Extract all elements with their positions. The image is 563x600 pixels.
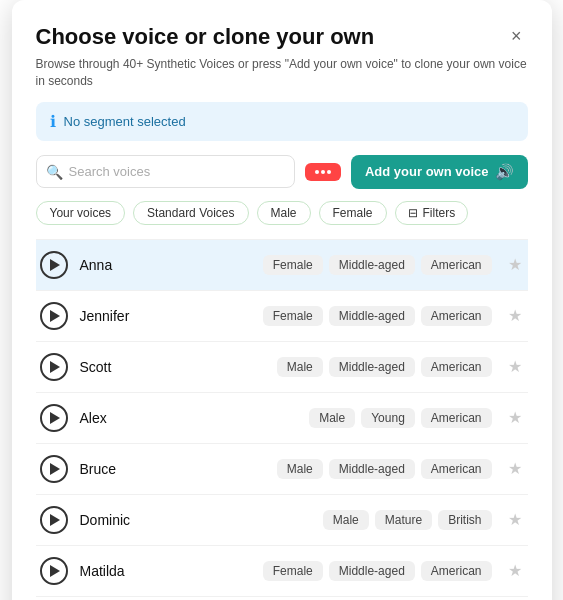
filter-standard-voices[interactable]: Standard Voices: [133, 201, 248, 225]
filter-row: Your voices Standard Voices Male Female …: [36, 201, 528, 225]
voice-tag: Middle-aged: [329, 459, 415, 479]
voice-name: Bruce: [80, 461, 265, 477]
voice-tag: American: [421, 459, 492, 479]
play-icon: [50, 310, 60, 322]
voice-tag: American: [421, 306, 492, 326]
voice-tags: MaleMatureBritish: [323, 510, 492, 530]
voice-tag: American: [421, 408, 492, 428]
play-icon: [50, 259, 60, 271]
voice-tags: FemaleMiddle-agedAmerican: [263, 306, 492, 326]
star-button[interactable]: ★: [506, 510, 524, 529]
play-button[interactable]: [40, 404, 68, 432]
voice-tag: Male: [277, 459, 323, 479]
voice-chooser-modal: Choose voice or clone your own × Browse …: [12, 0, 552, 600]
filters-button[interactable]: ⊟ Filters: [395, 201, 469, 225]
play-icon: [50, 412, 60, 424]
play-button[interactable]: [40, 557, 68, 585]
voice-tag: Middle-aged: [329, 357, 415, 377]
play-button[interactable]: [40, 251, 68, 279]
voice-tag: Female: [263, 255, 323, 275]
play-button[interactable]: [40, 455, 68, 483]
close-button[interactable]: ×: [505, 24, 528, 49]
voice-tags: MaleYoungAmerican: [309, 408, 491, 428]
filter-male[interactable]: Male: [257, 201, 311, 225]
info-icon: ℹ: [50, 112, 56, 131]
play-icon: [50, 361, 60, 373]
filter-your-voices[interactable]: Your voices: [36, 201, 126, 225]
voice-tag: American: [421, 561, 492, 581]
voice-tag: Female: [263, 306, 323, 326]
search-row: 🔍 Add your own voice 🔊: [36, 155, 528, 189]
voice-tag: American: [421, 255, 492, 275]
voice-row: ScottMaleMiddle-agedAmerican★: [36, 342, 528, 393]
star-button[interactable]: ★: [506, 255, 524, 274]
voice-tag: Young: [361, 408, 415, 428]
filters-icon: ⊟: [408, 206, 418, 220]
voice-tag: Male: [323, 510, 369, 530]
play-button[interactable]: [40, 302, 68, 330]
voice-tag: Middle-aged: [329, 561, 415, 581]
voice-tag: Mature: [375, 510, 432, 530]
voice-tag: British: [438, 510, 491, 530]
voice-tags: MaleMiddle-agedAmerican: [277, 357, 492, 377]
add-voice-button[interactable]: Add your own voice 🔊: [351, 155, 528, 189]
filter-female[interactable]: Female: [319, 201, 387, 225]
voice-tag: Middle-aged: [329, 255, 415, 275]
star-button[interactable]: ★: [506, 306, 524, 325]
voice-row: AnnaFemaleMiddle-agedAmerican★: [36, 240, 528, 291]
voice-tag: Male: [277, 357, 323, 377]
star-button[interactable]: ★: [506, 408, 524, 427]
play-icon: [50, 514, 60, 526]
modal-subtitle: Browse through 40+ Synthetic Voices or p…: [36, 56, 528, 90]
voice-name: Alex: [80, 410, 298, 426]
voice-row: AlexMaleYoungAmerican★: [36, 393, 528, 444]
filters-label: Filters: [423, 206, 456, 220]
voice-tags: FemaleMiddle-agedAmerican: [263, 255, 492, 275]
voice-name: Jennifer: [80, 308, 251, 324]
search-wrapper: 🔍: [36, 155, 295, 188]
voice-name: Matilda: [80, 563, 251, 579]
modal-header: Choose voice or clone your own ×: [36, 24, 528, 50]
play-icon: [50, 463, 60, 475]
voice-name: Dominic: [80, 512, 311, 528]
add-voice-label: Add your own voice: [365, 164, 489, 179]
play-button[interactable]: [40, 353, 68, 381]
no-segment-text: No segment selected: [64, 114, 186, 129]
play-button[interactable]: [40, 506, 68, 534]
star-button[interactable]: ★: [506, 459, 524, 478]
search-input[interactable]: [36, 155, 295, 188]
voice-row: DominicMaleMatureBritish★: [36, 495, 528, 546]
star-button[interactable]: ★: [506, 357, 524, 376]
info-banner: ℹ No segment selected: [36, 102, 528, 141]
search-icon: 🔍: [46, 164, 63, 180]
voice-tag: Male: [309, 408, 355, 428]
star-button[interactable]: ★: [506, 561, 524, 580]
voice-row: BruceMaleMiddle-agedAmerican★: [36, 444, 528, 495]
voice-tag: American: [421, 357, 492, 377]
play-icon: [50, 565, 60, 577]
voice-row: MatildaFemaleMiddle-agedAmerican★: [36, 546, 528, 597]
modal-title: Choose voice or clone your own: [36, 24, 375, 50]
voice-tags: MaleMiddle-agedAmerican: [277, 459, 492, 479]
voice-name: Scott: [80, 359, 265, 375]
add-voice-icon: 🔊: [495, 163, 514, 181]
voice-tag: Middle-aged: [329, 306, 415, 326]
more-options-button[interactable]: [305, 163, 341, 181]
voice-tags: FemaleMiddle-agedAmerican: [263, 561, 492, 581]
voice-row: JenniferFemaleMiddle-agedAmerican★: [36, 291, 528, 342]
voice-list: AnnaFemaleMiddle-agedAmerican★JenniferFe…: [36, 239, 528, 600]
voice-name: Anna: [80, 257, 251, 273]
voice-tag: Female: [263, 561, 323, 581]
